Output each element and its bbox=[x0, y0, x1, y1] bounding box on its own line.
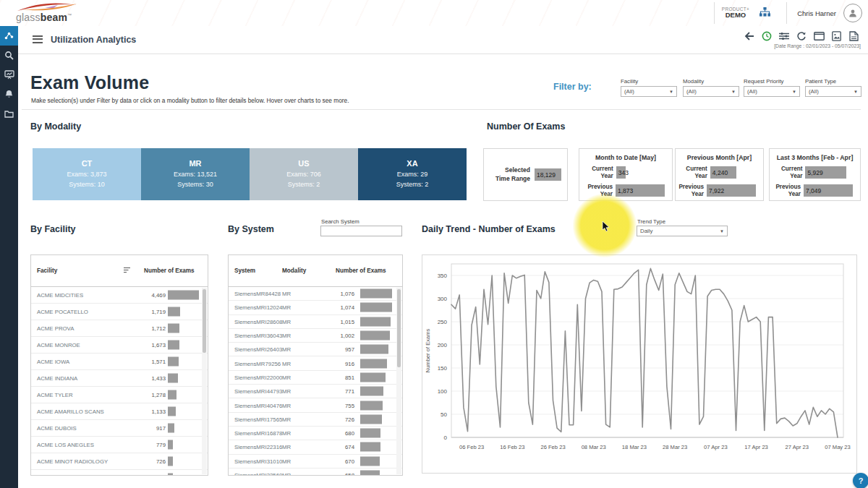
facility-row[interactable] bbox=[31, 470, 208, 476]
filter-request-priority: Request Priority (All)▼ bbox=[744, 78, 800, 97]
value-bar[interactable]: 343 bbox=[616, 166, 626, 179]
system-row[interactable]: SiemensMRI26403 MR 957 bbox=[229, 343, 402, 356]
filter-select[interactable]: (All)▼ bbox=[683, 86, 739, 97]
sort-icon[interactable] bbox=[124, 267, 131, 275]
modality-button-ct[interactable]: CT Exams: 3,873 Systems: 10 bbox=[33, 148, 141, 200]
y-tick-label: 0 bbox=[444, 435, 448, 441]
system-row[interactable]: SiemensMRI32560 MR 658 bbox=[229, 468, 402, 476]
sidebar-item-search[interactable] bbox=[0, 46, 18, 65]
y-tick-label: 100 bbox=[438, 388, 448, 395]
system-row[interactable]: SiemensMRI31010 MR 670 bbox=[229, 455, 402, 468]
system-row[interactable]: SiemensMR84428 MR 1,076 bbox=[229, 287, 402, 301]
filter-label: Modality bbox=[683, 78, 739, 85]
value-bar[interactable]: 5,929 bbox=[805, 166, 846, 179]
system-row[interactable]: SiemensMRI22316 MR 674 bbox=[229, 440, 402, 454]
sidebar-item-dashboards[interactable] bbox=[0, 65, 18, 85]
facility-row[interactable]: ACME MINOT RADIOLOGY 726 bbox=[31, 453, 208, 470]
user-name[interactable]: Chris Harner bbox=[797, 9, 836, 17]
system-table-header: System Modality Number of Exams bbox=[229, 255, 402, 287]
filter-select[interactable]: (All)▼ bbox=[621, 86, 677, 97]
card-row: Current Year 4,240 bbox=[676, 166, 763, 180]
facility-row[interactable]: ACME DUBOIS 917 bbox=[31, 420, 208, 437]
exam-count-bar bbox=[360, 414, 382, 424]
filter-select[interactable]: (All)▼ bbox=[744, 86, 800, 97]
sidebar-item-files[interactable] bbox=[0, 104, 18, 124]
facility-scrollbar[interactable] bbox=[202, 288, 207, 474]
system-scrollbar[interactable] bbox=[396, 288, 401, 474]
value-bar[interactable]: 7,922 bbox=[707, 184, 756, 197]
system-row[interactable]: SiemensMRI28608 MR 1,015 bbox=[229, 315, 402, 329]
modality-button-mr[interactable]: MR Exams: 13,521 Systems: 30 bbox=[141, 148, 250, 200]
system-column-header[interactable]: System bbox=[234, 267, 255, 274]
utilization-analytics-dashboard: glassbeam™ PRODUCT+ DEMO Chris Harner bbox=[0, 0, 868, 488]
filter-facility: Facility (All)▼ bbox=[621, 78, 677, 97]
search-system-input[interactable] bbox=[320, 226, 402, 236]
menu-icon[interactable] bbox=[33, 35, 43, 43]
exam-count-bar bbox=[360, 387, 383, 396]
exam-count-bar bbox=[360, 372, 386, 382]
facility-row[interactable]: ACME MIDCITIES 4,469 bbox=[31, 287, 208, 304]
filter-modality: Modality (All)▼ bbox=[683, 78, 739, 97]
facility-row[interactable]: ACME POCATELLO 1,719 bbox=[31, 304, 208, 320]
facility-row[interactable]: ACME LOS ANEGLES 779 bbox=[31, 437, 208, 453]
card-row: Current Year 343 bbox=[579, 166, 672, 180]
system-row[interactable]: SiemensMRI36043 MR 1,002 bbox=[229, 329, 402, 343]
system-row[interactable]: SiemensMRI17565 MR 726 bbox=[229, 413, 402, 427]
value-bar[interactable]: 4,240 bbox=[710, 166, 736, 179]
export-pdf-button[interactable] bbox=[848, 30, 859, 42]
sidebar-item-analytics[interactable] bbox=[0, 26, 18, 46]
trend-type-select[interactable]: Daily▼ bbox=[637, 226, 728, 236]
system-row[interactable]: SiemensMRI12024 MR 1,074 bbox=[229, 301, 402, 314]
exam-count-bar bbox=[360, 429, 380, 438]
daily-trend-chart[interactable]: 05010015020025030035006 Feb 2316 Feb 232… bbox=[422, 254, 857, 474]
present-window-button[interactable] bbox=[813, 30, 825, 42]
by-system-heading: By System bbox=[228, 224, 274, 234]
selected-time-range-bar[interactable]: 18,129 bbox=[535, 168, 561, 181]
filter-select[interactable]: (All)▼ bbox=[805, 86, 861, 97]
system-row[interactable]: SiemensMRI22000 MR 851 bbox=[229, 371, 402, 385]
sidebar-item-alerts[interactable] bbox=[0, 85, 18, 104]
hierarchy-icon[interactable] bbox=[760, 7, 770, 20]
facility-column-header[interactable]: Facility bbox=[37, 267, 57, 274]
export-image-button[interactable] bbox=[830, 30, 842, 42]
modality-column-header[interactable]: Modality bbox=[282, 267, 306, 274]
x-tick-label: 17 Apr 23 bbox=[744, 444, 768, 450]
number-of-exams-column-header[interactable]: Number of Exams bbox=[144, 267, 195, 274]
glassbeam-logo[interactable]: glassbeam™ bbox=[16, 1, 81, 25]
facility-row[interactable]: ACME TYLER 1,278 bbox=[31, 387, 208, 403]
facility-row[interactable]: ACME PROVA 1,712 bbox=[31, 320, 208, 337]
modality-button-xa[interactable]: XA Exams: 29 Systems: 2 bbox=[358, 148, 467, 200]
user-avatar[interactable] bbox=[843, 4, 862, 22]
exam-count-bar bbox=[168, 390, 176, 400]
exam-count-bar bbox=[360, 401, 383, 410]
facility-row[interactable]: ACME AMARILLO SCANS 1,133 bbox=[31, 403, 208, 420]
y-tick-label: 50 bbox=[441, 411, 447, 418]
date-range-label: [Date Range : 02/01/2023 - 05/07/2023] bbox=[774, 43, 861, 48]
card-row: Previous Year 7,049 bbox=[770, 184, 860, 198]
system-row[interactable]: SiemensMR79256 MR 916 bbox=[229, 356, 402, 370]
modality-button-us[interactable]: US Exams: 706 Systems: 2 bbox=[250, 148, 358, 200]
value-bar[interactable]: 1,873 bbox=[616, 184, 665, 197]
time-history-button[interactable] bbox=[761, 30, 773, 42]
back-button[interactable] bbox=[744, 30, 755, 42]
product-value: DEMO bbox=[722, 12, 749, 19]
facility-row[interactable]: ACME MONROE 1,673 bbox=[31, 337, 208, 354]
system-row[interactable]: SiemensMRI40476 MR 755 bbox=[229, 398, 402, 412]
product-selector[interactable]: PRODUCT+ DEMO bbox=[722, 7, 749, 20]
filter-settings-button[interactable] bbox=[778, 30, 790, 42]
card-title: Previous Month [Apr] bbox=[676, 154, 763, 161]
selected-time-range-card: Selected Time Range 18,129 bbox=[483, 148, 568, 201]
facility-row[interactable]: ACME IOWA 1,571 bbox=[31, 354, 208, 370]
exam-count-bar bbox=[360, 471, 380, 476]
value-bar[interactable]: 7,049 bbox=[804, 184, 853, 197]
page-subtitle: Make selection(s) under Filter by data o… bbox=[31, 97, 349, 104]
help-button[interactable]: ? bbox=[853, 473, 868, 488]
system-row[interactable]: SiemensMRI44793 MR 771 bbox=[229, 385, 402, 398]
facility-row[interactable]: ACME INDIANA 1,433 bbox=[31, 370, 208, 387]
x-tick-label: 07 Apr 23 bbox=[704, 444, 728, 450]
modality-button-bar: CT Exams: 3,873 Systems: 10 MR Exams: 13… bbox=[33, 148, 467, 200]
number-of-exams-column-header[interactable]: Number of Exams bbox=[336, 267, 386, 274]
refresh-button[interactable] bbox=[796, 30, 807, 42]
system-row[interactable]: SiemensMRI16878 MR 680 bbox=[229, 427, 402, 440]
x-tick-label: 28 Mar 23 bbox=[663, 444, 687, 450]
